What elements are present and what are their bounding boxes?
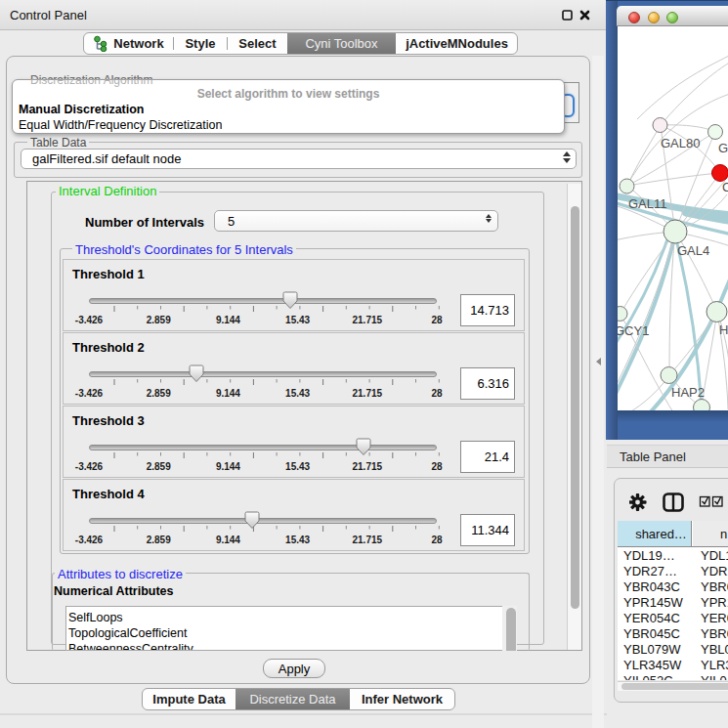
svg-text:H: H <box>719 322 728 337</box>
svg-text:GCY1: GCY1 <box>618 323 649 338</box>
svg-text:HAP2: HAP2 <box>671 385 705 400</box>
svg-text:C: C <box>722 180 728 194</box>
svg-text:GAL4: GAL4 <box>677 243 709 258</box>
svg-text:G…: G… <box>718 141 728 155</box>
svg-text:GAL11: GAL11 <box>628 196 667 211</box>
svg-text:GAL80: GAL80 <box>661 136 700 150</box>
